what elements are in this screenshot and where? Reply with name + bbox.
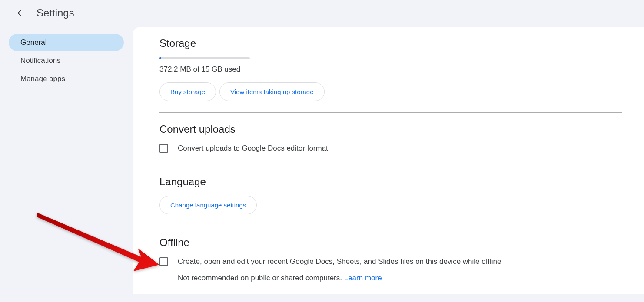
storage-usage-text: 372.2 MB of 15 GB used bbox=[159, 65, 622, 74]
storage-progress-bar bbox=[159, 57, 250, 59]
convert-uploads-checkbox[interactable] bbox=[159, 144, 168, 153]
offline-checkbox[interactable] bbox=[159, 257, 168, 266]
language-section: Language Change language settings bbox=[159, 176, 622, 226]
change-language-button[interactable]: Change language settings bbox=[159, 196, 257, 214]
offline-checkbox-label: Create, open and edit your recent Google… bbox=[178, 256, 501, 267]
sidebar-item-general[interactable]: General bbox=[9, 34, 124, 51]
learn-more-link[interactable]: Learn more bbox=[344, 274, 382, 282]
page-title: Settings bbox=[37, 7, 74, 19]
storage-progress-fill bbox=[159, 57, 161, 59]
back-button[interactable] bbox=[12, 4, 30, 22]
language-title: Language bbox=[159, 176, 622, 188]
convert-title: Convert uploads bbox=[159, 123, 622, 135]
sidebar: General Notifications Manage apps bbox=[0, 26, 133, 294]
convert-checkbox-label: Convert uploads to Google Docs editor fo… bbox=[178, 143, 328, 154]
main-content: Storage 372.2 MB of 15 GB used Buy stora… bbox=[133, 27, 644, 294]
sidebar-item-label: Manage apps bbox=[20, 75, 65, 83]
convert-section: Convert uploads Convert uploads to Googl… bbox=[159, 123, 622, 165]
sidebar-item-notifications[interactable]: Notifications bbox=[9, 52, 124, 69]
offline-sub-text: Not recommended on public or shared comp… bbox=[178, 274, 622, 282]
storage-section: Storage 372.2 MB of 15 GB used Buy stora… bbox=[159, 37, 622, 113]
offline-title: Offline bbox=[159, 236, 622, 249]
arrow-back-icon bbox=[16, 8, 26, 18]
sidebar-item-label: Notifications bbox=[20, 56, 61, 65]
view-items-button[interactable]: View items taking up storage bbox=[219, 82, 325, 101]
sidebar-item-manage-apps[interactable]: Manage apps bbox=[9, 70, 124, 88]
offline-section: Offline Create, open and edit your recen… bbox=[159, 236, 622, 294]
storage-title: Storage bbox=[159, 37, 622, 49]
sidebar-item-label: General bbox=[20, 38, 46, 46]
header: Settings bbox=[0, 0, 644, 26]
buy-storage-button[interactable]: Buy storage bbox=[159, 82, 216, 101]
